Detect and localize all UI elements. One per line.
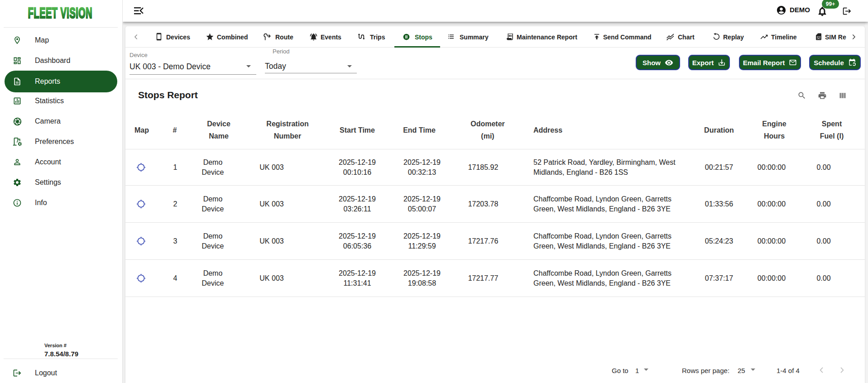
svg-text:FLEET VISION: FLEET VISION bbox=[28, 4, 92, 21]
